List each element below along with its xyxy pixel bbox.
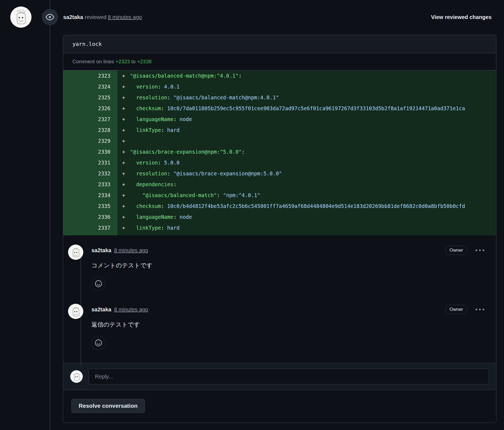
comment-header-actions: Owner <box>445 305 489 314</box>
diff-line: 2338 + <box>63 233 496 235</box>
diff-code-block: 2323 + "@isaacs/balanced-match@npm:^4.0.… <box>63 70 496 235</box>
diff-code-text: checksum: 10c0/7da011805b259ec5c955f01ce… <box>130 103 496 114</box>
diff-line-number[interactable]: 2335 <box>63 201 117 211</box>
add-reaction-button[interactable] <box>91 277 106 291</box>
reply-section <box>63 363 496 390</box>
diff-line-number[interactable]: 2330 <box>63 146 117 157</box>
diff-added-marker: + <box>117 135 130 146</box>
diff-code-text <box>130 135 496 146</box>
diff-line-content: + "@isaacs/balanced-match": "npm:^4.0.1" <box>117 190 496 201</box>
diff-code-text: languageName: node <box>130 211 496 222</box>
comments-list: sa2taka 8 minutes ago Owner コメントのテストです <box>68 245 489 350</box>
diff-added-marker: + <box>117 114 130 125</box>
diff-line: 2323 + "@isaacs/balanced-match@npm:^4.0.… <box>63 70 496 81</box>
diff-line-content: + languageName: node <box>117 114 496 125</box>
diff-line-content: + checksum: 10c0/b4d4812f4be53afc2c5b6c5… <box>117 201 496 211</box>
diff-line-number[interactable]: 2327 <box>63 114 117 125</box>
diff-line: 2332 + resolution: "@isaacs/brace-expans… <box>63 168 496 179</box>
diff-line-content: + "@isaacs/brace-expansion@npm:^5.0.0": <box>117 146 496 157</box>
avatar[interactable] <box>10 7 31 28</box>
add-reaction-button[interactable] <box>91 336 106 350</box>
diff-line-number[interactable]: 2338 <box>63 233 117 235</box>
diff-code-text: languageName: node <box>130 114 496 125</box>
diff-added-marker: + <box>117 211 130 222</box>
diff-added-marker: + <box>117 103 130 114</box>
reviewer-username-link[interactable]: sa2taka <box>63 14 83 20</box>
diff-line-content: + version: 4.0.1 <box>117 81 496 92</box>
diff-line-number[interactable]: 2329 <box>63 135 117 146</box>
diff-line-number[interactable]: 2324 <box>63 81 117 92</box>
diff-code-text: "@isaacs/balanced-match": "npm:^4.0.1" <box>130 190 496 201</box>
diff-line-content: + version: 5.0.0 <box>117 157 496 168</box>
diff-line-number[interactable]: 2326 <box>63 103 117 114</box>
diff-code-text: resolution: "@isaacs/brace-expansion@npm… <box>130 168 496 179</box>
diff-line-number[interactable]: 2331 <box>63 157 117 168</box>
diff-code-text: linkType: hard <box>130 222 496 233</box>
diff-line: 2330 + "@isaacs/brace-expansion@npm:^5.0… <box>63 146 496 157</box>
eye-icon <box>42 9 58 25</box>
diff-line: 2327 + languageName: node <box>63 114 496 125</box>
diff-line-content: + linkType: hard <box>117 222 496 233</box>
reply-input[interactable] <box>89 369 489 384</box>
view-reviewed-changes-link[interactable]: View reviewed changes <box>431 14 492 20</box>
diff-line-number[interactable]: 2333 <box>63 179 117 190</box>
diff-added-marker: + <box>117 222 130 233</box>
diff-line-content: + <box>117 233 496 235</box>
diff-code-text <box>130 233 496 235</box>
diff-added-marker: + <box>117 179 130 190</box>
diff-added-marker: + <box>117 201 130 211</box>
diff-line: 2337 + linkType: hard <box>63 222 496 233</box>
comment-author-link[interactable]: sa2taka <box>91 306 111 313</box>
diff-line-number[interactable]: 2332 <box>63 168 117 179</box>
diff-code-text: resolution: "@isaacs/balanced-match@npm:… <box>130 92 496 103</box>
diff-added-marker: + <box>117 125 130 135</box>
comment-timestamp-link[interactable]: 8 minutes ago <box>114 306 148 313</box>
kebab-menu-icon[interactable] <box>475 248 485 253</box>
comment-main: sa2taka 8 minutes ago Owner 返信のテストです <box>91 304 489 350</box>
diff-line-content: + resolution: "@isaacs/brace-expansion@n… <box>117 168 496 179</box>
kebab-menu-icon[interactable] <box>475 307 485 312</box>
diff-code-text: "@isaacs/brace-expansion@npm:^5.0.0": <box>130 146 496 157</box>
diff-added-marker: + <box>117 190 130 201</box>
thread-footer: Resolve conversation <box>63 390 496 423</box>
avatar <box>70 370 83 383</box>
comment-lines-prefix: Comment on lines <box>72 59 115 65</box>
review-action-text: reviewed <box>85 14 106 20</box>
review-header: sa2taka reviewed 8 minutes ago View revi… <box>0 0 504 33</box>
comment-author-link[interactable]: sa2taka <box>91 247 111 254</box>
diff-line: 2326 + checksum: 10c0/7da011805b259ec5c9… <box>63 103 496 114</box>
diff-line-number[interactable]: 2325 <box>63 92 117 103</box>
diff-added-marker: + <box>117 81 130 92</box>
diff-line-number[interactable]: 2337 <box>63 222 117 233</box>
diff-line-content: + linkType: hard <box>117 125 496 135</box>
diff-line-number[interactable]: 2323 <box>63 70 117 81</box>
comments-section: sa2taka 8 minutes ago Owner コメントのテストです <box>63 235 496 363</box>
diff-line: 2335 + checksum: 10c0/b4d4812f4be53afc2c… <box>63 201 496 211</box>
diff-line-number[interactable]: 2334 <box>63 190 117 201</box>
diff-code-text: "@isaacs/balanced-match@npm:^4.0.1": <box>130 70 496 81</box>
diff-added-marker: + <box>117 70 130 81</box>
diff-code-text: version: 5.0.0 <box>130 157 496 168</box>
diff-filename-link[interactable]: yarn.lock <box>72 41 102 47</box>
diff-line-content: + <box>117 135 496 146</box>
diff-code-text: linkType: hard <box>130 125 496 135</box>
review-timestamp-link[interactable]: 8 minutes ago <box>108 14 142 20</box>
diff-line: 2328 + linkType: hard <box>63 125 496 135</box>
diff-line-number[interactable]: 2336 <box>63 211 117 222</box>
diff-code-text: dependencies: <box>130 179 496 190</box>
comment-body-text: 返信のテストです <box>91 321 489 329</box>
avatar[interactable] <box>68 245 83 260</box>
diff-line: 2333 + dependencies: <box>63 179 496 190</box>
diff-line-content: + dependencies: <box>117 179 496 190</box>
resolve-conversation-button[interactable]: Resolve conversation <box>71 399 145 413</box>
avatar[interactable] <box>68 304 83 319</box>
comment-lines-end: +2338 <box>137 59 151 65</box>
diff-file-header: yarn.lock <box>63 35 496 53</box>
diff-added-marker: + <box>117 168 130 179</box>
diff-code-text: checksum: 10c0/b4d4812f4be53afc2c5b6c545… <box>130 201 496 211</box>
diff-line: 2331 + version: 5.0.0 <box>63 157 496 168</box>
comment: sa2taka 8 minutes ago Owner 返信のテストです <box>68 304 489 350</box>
smiley-icon <box>94 338 103 347</box>
comment-timestamp-link[interactable]: 8 minutes ago <box>114 247 148 254</box>
diff-line-number[interactable]: 2328 <box>63 125 117 135</box>
